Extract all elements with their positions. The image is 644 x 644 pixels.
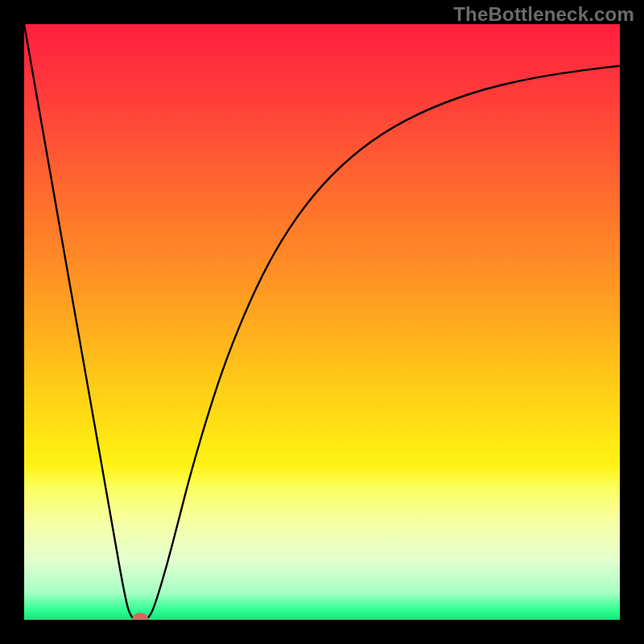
watermark-text: TheBottleneck.com — [453, 3, 634, 26]
chart-svg — [24, 24, 620, 620]
chart-frame: TheBottleneck.com — [0, 0, 644, 644]
plot-area — [24, 24, 620, 620]
